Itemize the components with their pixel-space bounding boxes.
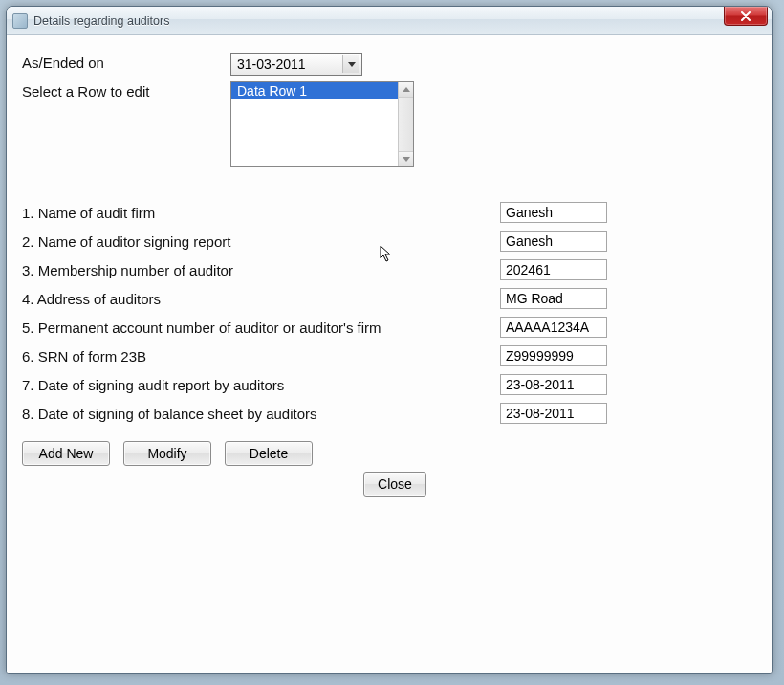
list-item[interactable]: Data Row 1 bbox=[231, 82, 413, 99]
field-row: 3. Membership number of auditor bbox=[22, 255, 756, 284]
audit-firm-name-input[interactable] bbox=[500, 202, 607, 223]
as-on-value: 31-03-2011 bbox=[237, 56, 306, 72]
field-label: 5. Permanent account number of auditor o… bbox=[22, 320, 500, 336]
field-row: 4. Address of auditors bbox=[22, 284, 756, 313]
field-label: 3. Membership number of auditor bbox=[22, 262, 500, 278]
desktop: Details regarding auditors As/Ended on 3… bbox=[0, 0, 784, 685]
select-row-label: Select a Row to edit bbox=[22, 81, 230, 99]
window-title: Details regarding auditors bbox=[33, 14, 169, 28]
field-label: 7. Date of signing audit report by audit… bbox=[22, 377, 500, 393]
field-label: 6. SRN of form 23B bbox=[22, 348, 500, 365]
modify-button[interactable]: Modify bbox=[123, 441, 211, 466]
scroll-up-icon[interactable] bbox=[399, 82, 413, 98]
app-icon bbox=[12, 13, 28, 29]
field-row: 8. Date of signing of balance sheet by a… bbox=[22, 399, 756, 428]
as-on-row: As/Ended on 31-03-2011 bbox=[22, 53, 756, 76]
close-icon bbox=[740, 11, 751, 21]
fields-section: 1. Name of audit firm 2. Name of auditor… bbox=[22, 198, 756, 428]
srn-input[interactable] bbox=[500, 345, 607, 366]
field-label: 8. Date of signing of balance sheet by a… bbox=[22, 406, 500, 422]
delete-button[interactable]: Delete bbox=[225, 441, 313, 466]
field-row: 2. Name of auditor signing report bbox=[22, 227, 756, 255]
field-label: 2. Name of auditor signing report bbox=[22, 233, 500, 250]
auditor-name-input[interactable] bbox=[500, 231, 607, 252]
as-on-label: As/Ended on bbox=[22, 53, 230, 71]
pan-input[interactable] bbox=[500, 317, 607, 338]
scroll-down-icon[interactable] bbox=[399, 151, 413, 166]
balance-sheet-date-input[interactable] bbox=[500, 403, 607, 424]
field-row: 5. Permanent account number of auditor o… bbox=[22, 313, 756, 342]
client-area: As/Ended on 31-03-2011 Select a Row to e… bbox=[7, 35, 772, 673]
window-close-button[interactable] bbox=[724, 7, 768, 26]
field-row: 7. Date of signing audit report by audit… bbox=[22, 370, 756, 399]
row-listbox[interactable]: Data Row 1 bbox=[230, 81, 414, 167]
field-label: 1. Name of audit firm bbox=[22, 205, 500, 221]
membership-number-input[interactable] bbox=[500, 259, 607, 280]
dialog-window: Details regarding auditors As/Ended on 3… bbox=[6, 6, 773, 674]
action-button-row: Add New Modify Delete bbox=[22, 441, 756, 466]
close-button[interactable]: Close bbox=[363, 472, 426, 497]
add-new-button[interactable]: Add New bbox=[22, 441, 110, 466]
select-row-row: Select a Row to edit Data Row 1 bbox=[22, 81, 756, 167]
auditor-address-input[interactable] bbox=[500, 288, 607, 309]
listbox-scrollbar[interactable] bbox=[398, 82, 413, 166]
titlebar[interactable]: Details regarding auditors bbox=[7, 7, 772, 35]
audit-report-date-input[interactable] bbox=[500, 374, 607, 395]
field-row: 6. SRN of form 23B bbox=[22, 342, 756, 370]
close-button-row: Close bbox=[22, 472, 768, 497]
as-on-dropdown[interactable]: 31-03-2011 bbox=[230, 53, 362, 76]
chevron-down-icon bbox=[342, 55, 359, 73]
field-row: 1. Name of audit firm bbox=[22, 198, 756, 227]
field-label: 4. Address of auditors bbox=[22, 291, 500, 307]
